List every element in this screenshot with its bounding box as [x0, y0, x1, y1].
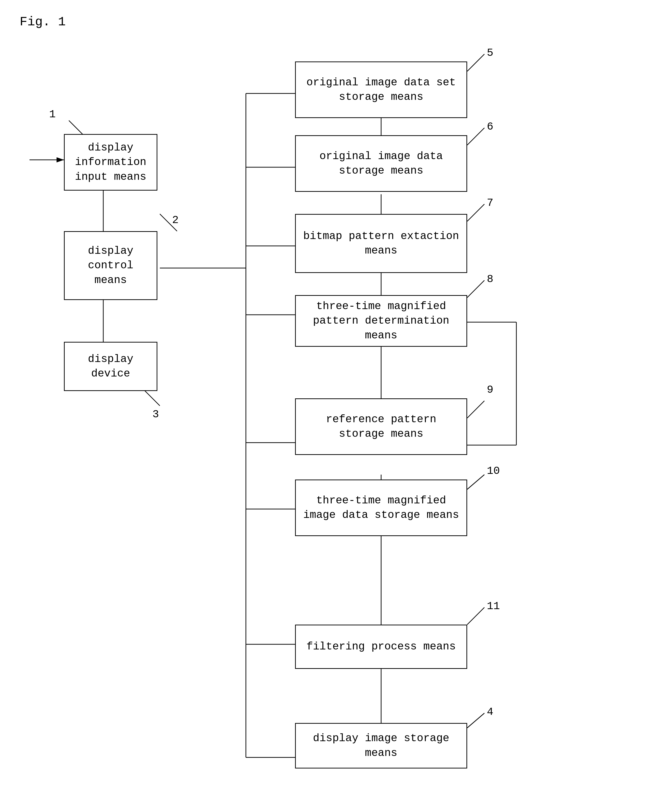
ref-7: 7 [487, 197, 493, 209]
ref-4: 4 [487, 706, 493, 718]
ref-5: 5 [487, 47, 493, 59]
figure-label: Fig. 1 [20, 15, 66, 29]
ref-10: 10 [487, 465, 500, 477]
svg-line-10 [467, 204, 485, 221]
ref-6: 6 [487, 120, 493, 133]
svg-line-14 [467, 607, 485, 625]
box-three-time-magnified-pattern-determination-means: three-time magnified pattern determinati… [295, 295, 467, 347]
box-display-information-input-means: display information input means [64, 134, 157, 190]
box-reference-pattern-storage-means: reference pattern storage means [295, 398, 467, 455]
ref-3: 3 [152, 408, 159, 421]
svg-line-12 [467, 401, 485, 418]
svg-line-13 [467, 475, 485, 490]
box-three-time-magnified-image-data-storage-means: three-time magnified image data storage … [295, 480, 467, 536]
box-display-device: display device [64, 342, 157, 391]
box-original-image-data-set-storage-means: original image data set storage means [295, 61, 467, 118]
svg-line-6 [142, 389, 160, 406]
ref-9: 9 [487, 384, 493, 396]
svg-line-9 [467, 128, 485, 145]
svg-line-8 [467, 54, 485, 71]
box-bitmap-pattern-extraction-means: bitmap pattern extaction means [295, 214, 467, 273]
svg-line-11 [467, 280, 485, 298]
ref-11: 11 [487, 600, 500, 612]
box-original-image-data-storage-means: original image data storage means [295, 135, 467, 192]
box-display-control-means: display control means [64, 231, 157, 300]
svg-line-7 [467, 713, 485, 728]
box-display-image-storage-means: display image storage means [295, 723, 467, 768]
box-filtering-process-means: filtering process means [295, 625, 467, 669]
ref-2: 2 [172, 214, 179, 226]
ref-1: 1 [49, 108, 56, 120]
ref-8: 8 [487, 273, 493, 285]
